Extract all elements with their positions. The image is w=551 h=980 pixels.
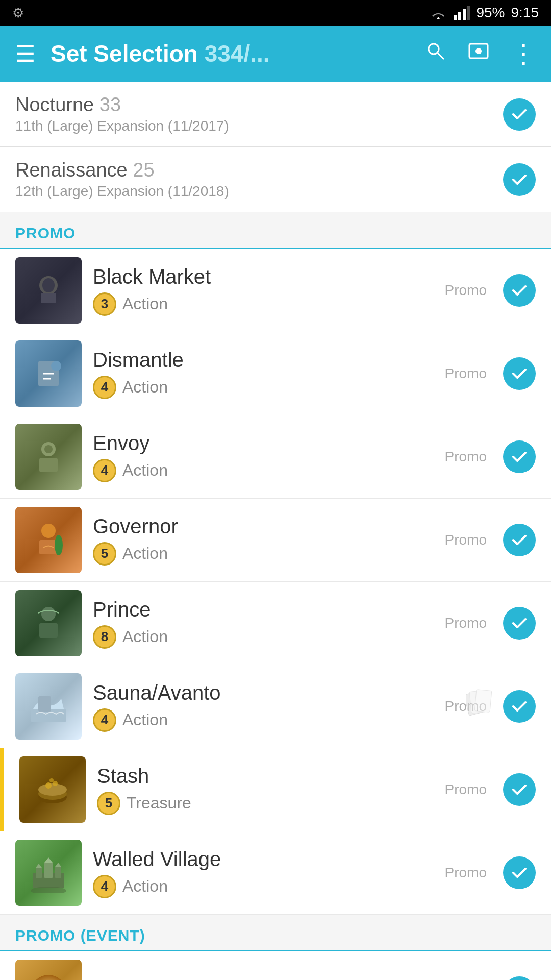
svg-rect-2 [463,9,466,20]
svg-rect-3 [467,6,470,20]
svg-rect-33 [36,868,42,878]
check-sauna-avanto[interactable] [503,690,536,723]
card-type-dismantle: Action [122,378,168,397]
card-item-walled-village[interactable]: Walled Village 4 Action Promo [0,831,551,915]
svg-point-19 [41,607,56,621]
card-item-prince[interactable]: Prince 8 Action Promo [0,582,551,665]
app-bar-title: Set Selection 334/... [51,40,409,67]
card-name-prince: Prince [93,598,445,621]
card-thumb-sauna-avanto [15,673,82,740]
cost-envoy: 4 [93,459,116,482]
svg-point-9 [42,278,55,292]
card-item-dismantle[interactable]: Dismantle 4 Action Promo [0,332,551,415]
more-options-button[interactable]: ⋮ [505,33,541,74]
card-item-black-market[interactable]: Black Market 3 Action Promo [0,249,551,332]
expansion-name-nocturne: Nocturne 33 [15,94,503,116]
card-thumb-walled-village [15,840,82,906]
card-item-stash[interactable]: Stash 5 Treasure Promo [0,748,551,831]
svg-point-15 [44,445,53,453]
signal-icon [454,6,470,20]
cost-governor: 5 [93,542,116,566]
svg-rect-20 [39,623,58,638]
check-nocturne[interactable] [503,98,536,131]
svg-line-5 [438,53,444,59]
cost-black-market: 3 [93,292,116,316]
expansion-name-renaissance: Renaissance 25 [15,159,503,181]
search-button[interactable] [419,35,452,72]
svg-rect-25 [474,690,492,712]
menu-icon[interactable]: ☰ [10,36,40,72]
card-info-dismantle: Dismantle 4 Action [93,349,445,399]
app-bar-count-suffix: /... [243,40,269,67]
card-type-walled-village: Action [122,877,168,896]
card-type-black-market: Action [122,295,168,313]
card-thumb-stash [19,756,86,823]
svg-point-31 [49,778,54,782]
card-set-dismantle: Promo [445,365,487,382]
svg-point-28 [38,783,67,796]
card-thumb-prince [15,590,82,656]
check-prince[interactable] [503,607,536,640]
check-renaissance[interactable] [503,163,536,196]
wifi-icon [429,6,447,20]
promo-section-header: PROMO [0,212,551,249]
card-set-governor: Promo [445,532,487,548]
expansion-info-nocturne: Nocturne 33 11th (Large) Expansion (11/2… [15,94,503,134]
card-info-governor: Governor 5 Action [93,515,445,566]
expansion-info-renaissance: Renaissance 25 12th (Large) Expansion (1… [15,159,503,200]
card-info-envoy: Envoy 4 Action [93,432,445,482]
app-bar-count: 334 [205,40,244,67]
card-name-envoy: Envoy [93,432,445,455]
card-thumb-dismantle [15,340,82,407]
battery-text: 95% [476,5,505,21]
card-item-summon[interactable]: Summon Promo [0,951,551,980]
svg-rect-10 [41,293,56,303]
svg-rect-14 [39,458,58,472]
card-info-prince: Prince 8 Action [93,598,445,649]
svg-rect-0 [454,15,457,20]
cost-prince: 8 [93,625,116,649]
svg-point-18 [55,535,63,555]
status-bar: ⚙ 95% 9:15 [0,0,551,26]
card-name-walled-village: Walled Village [93,848,445,871]
svg-rect-35 [55,867,61,878]
card-name-governor: Governor [93,515,445,538]
svg-point-4 [429,44,439,54]
status-bar-icon: ⚙ [12,5,24,20]
check-envoy[interactable] [503,440,536,473]
card-set-stash: Promo [445,781,487,798]
check-dismantle[interactable] [503,357,536,390]
expansion-row-nocturne[interactable]: Nocturne 33 11th (Large) Expansion (11/2… [0,82,551,147]
cost-walled-village: 4 [93,875,116,898]
svg-point-12 [51,361,61,371]
content: Nocturne 33 11th (Large) Expansion (11/2… [0,82,551,980]
promo-event-section-header: PROMO (EVENT) [0,915,551,951]
check-black-market[interactable] [503,274,536,307]
card-item-envoy[interactable]: Envoy 4 Action Promo [0,415,551,499]
card-item-sauna-avanto[interactable]: Sauna/Avanto 4 Action Promo [0,665,551,748]
card-type-stash: Treasure [127,794,191,813]
cards-fan-icon [466,685,495,718]
card-item-governor[interactable]: Governor 5 Action Promo [0,499,551,582]
cost-dismantle: 4 [93,376,116,399]
svg-point-37 [31,975,66,980]
card-info-black-market: Black Market 3 Action [93,265,445,316]
check-governor[interactable] [503,524,536,556]
svg-point-30 [53,781,58,786]
card-type-envoy: Action [122,461,168,480]
record-button[interactable] [462,35,495,72]
card-set-walled-village: Promo [445,865,487,881]
expansion-row-renaissance[interactable]: Renaissance 25 12th (Large) Expansion (1… [0,147,551,212]
card-name-stash: Stash [97,765,445,788]
card-info-walled-village: Walled Village 4 Action [93,848,445,898]
svg-rect-1 [458,12,461,20]
app-bar: ☰ Set Selection 334/... ⋮ [0,26,551,82]
time-text: 9:15 [511,5,539,21]
card-thumb-governor [15,507,82,573]
check-stash[interactable] [503,773,536,806]
expansion-sub-renaissance: 12th (Large) Expansion (11/2018) [15,183,503,200]
card-thumb-envoy [15,424,82,490]
check-summon[interactable] [503,976,536,980]
card-type-sauna-avanto: Action [122,710,168,729]
check-walled-village[interactable] [503,856,536,889]
